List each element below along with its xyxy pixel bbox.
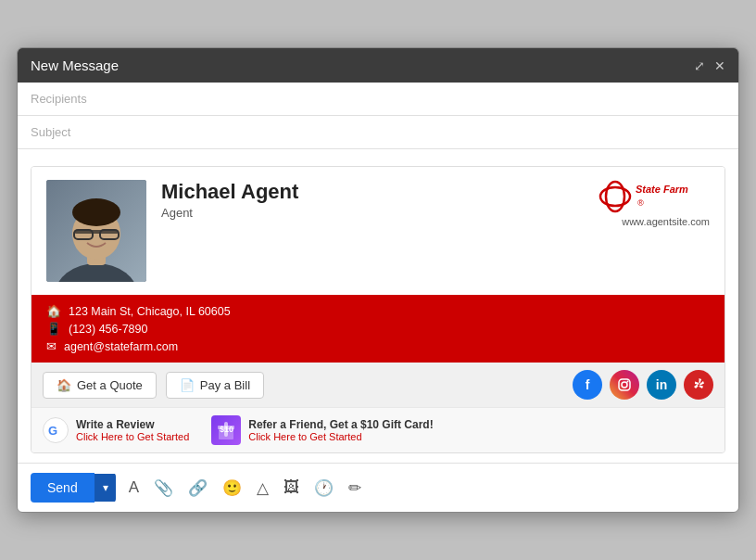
pay-bill-label: Pay a Bill xyxy=(200,378,250,392)
send-dropdown-button[interactable]: ▾ xyxy=(94,474,116,502)
svg-text:State Farm: State Farm xyxy=(636,184,688,195)
phone-icon: 📱 xyxy=(46,322,61,336)
format-text-icon[interactable]: A xyxy=(129,478,139,497)
instagram-icon[interactable] xyxy=(610,370,639,400)
review-promo: G Write a Review Click Here to Get Start… xyxy=(43,417,189,443)
send-button-group: Send ▾ xyxy=(31,473,116,503)
refer-title: Refer a Friend, Get a $10 Gift Card! xyxy=(248,418,433,431)
get-quote-label: Get a Quote xyxy=(77,378,143,392)
svg-text:$10: $10 xyxy=(220,425,233,434)
address-row: 🏠 123 Main St, Chicago, IL 60605 xyxy=(46,304,710,318)
agent-address: 123 Main St, Chicago, IL 60605 xyxy=(69,305,231,318)
svg-point-15 xyxy=(627,381,629,383)
contact-bar: 🏠 123 Main St, Chicago, IL 60605 📱 (123)… xyxy=(32,295,724,363)
modal-header-actions: ⤢ ✕ xyxy=(694,58,725,73)
signature-area: Michael Agent Agent State Farm ® xyxy=(18,149,738,463)
promo-bar: G Write a Review Click Here to Get Start… xyxy=(32,407,724,452)
actions-bar: 🏠 Get a Quote 📄 Pay a Bill f xyxy=(32,363,724,407)
sig-top-row: Michael Agent Agent State Farm ® xyxy=(32,167,724,295)
subject-placeholder: Subject xyxy=(31,125,70,139)
signature-card: Michael Agent Agent State Farm ® xyxy=(31,166,725,453)
subject-field[interactable]: Subject xyxy=(18,116,738,149)
google-icon: G xyxy=(43,417,69,443)
email-icon: ✉ xyxy=(46,339,57,353)
pay-bill-button[interactable]: 📄 Pay a Bill xyxy=(166,372,264,399)
agent-email: agent@statefarm.com xyxy=(64,340,178,353)
yelp-icon[interactable] xyxy=(684,370,713,400)
agent-phone: (123) 456-7890 xyxy=(69,323,147,336)
close-icon[interactable]: ✕ xyxy=(714,58,725,73)
review-text-block: Write a Review Click Here to Get Started xyxy=(76,418,189,442)
get-quote-button[interactable]: 🏠 Get a Quote xyxy=(43,372,157,399)
modal-title: New Message xyxy=(31,57,119,73)
svg-point-14 xyxy=(622,382,627,388)
refer-link[interactable]: Click Here to Get Started xyxy=(248,431,433,442)
email-modal: New Message ⤢ ✕ Recipients Subject xyxy=(17,47,739,513)
link-icon[interactable]: 🔗 xyxy=(188,478,208,498)
quote-icon: 🏠 xyxy=(57,378,71,392)
pen-icon[interactable]: ✏ xyxy=(348,478,361,498)
svg-point-5 xyxy=(72,198,120,226)
bill-icon: 📄 xyxy=(180,378,195,392)
review-link[interactable]: Click Here to Get Started xyxy=(76,431,189,442)
agent-title: Agent xyxy=(161,206,598,220)
linkedin-icon[interactable]: in xyxy=(647,370,676,400)
modal-header: New Message ⤢ ✕ xyxy=(18,48,738,83)
statefarm-logo: State Farm ® xyxy=(598,180,710,213)
attach-icon[interactable]: 📎 xyxy=(154,478,173,498)
recipients-placeholder: Recipients xyxy=(31,92,87,106)
refer-text-block: Refer a Friend, Get a $10 Gift Card! Cli… xyxy=(248,418,433,442)
gift-icon: $10 xyxy=(211,415,241,445)
email-row: ✉ agent@statefarm.com xyxy=(46,339,710,353)
review-title: Write a Review xyxy=(76,418,189,431)
agent-photo xyxy=(46,180,146,282)
schedule-icon[interactable]: 🕐 xyxy=(314,478,334,498)
phone-row: 📱 (123) 456-7890 xyxy=(46,322,710,336)
facebook-icon[interactable]: f xyxy=(573,370,602,400)
agent-name-block: Michael Agent Agent xyxy=(161,180,598,225)
social-icons-group: f in xyxy=(573,370,713,400)
agent-name: Michael Agent xyxy=(161,180,598,204)
home-icon: 🏠 xyxy=(46,304,61,318)
svg-text:G: G xyxy=(48,424,57,438)
toolbar-icons-group: A 📎 🔗 🙂 △ 🖼 🕐 ✏ xyxy=(129,478,361,498)
recipients-field[interactable]: Recipients xyxy=(18,83,738,116)
emoji-icon[interactable]: 🙂 xyxy=(222,478,242,498)
cta-buttons: 🏠 Get a Quote 📄 Pay a Bill xyxy=(43,372,264,399)
refer-promo: $10 Refer a Friend, Get a $10 Gift Card!… xyxy=(211,415,433,445)
send-button[interactable]: Send xyxy=(31,473,94,503)
drive-icon[interactable]: △ xyxy=(257,478,269,498)
expand-icon[interactable]: ⤢ xyxy=(694,58,705,73)
brand-logo-block: State Farm ® www.agentsite.com xyxy=(598,180,710,227)
photo-icon[interactable]: 🖼 xyxy=(284,478,299,497)
svg-text:®: ® xyxy=(637,198,644,208)
brand-website: www.agentsite.com xyxy=(622,216,710,227)
toolbar: Send ▾ A 📎 🔗 🙂 △ 🖼 🕐 ✏ xyxy=(18,463,738,512)
